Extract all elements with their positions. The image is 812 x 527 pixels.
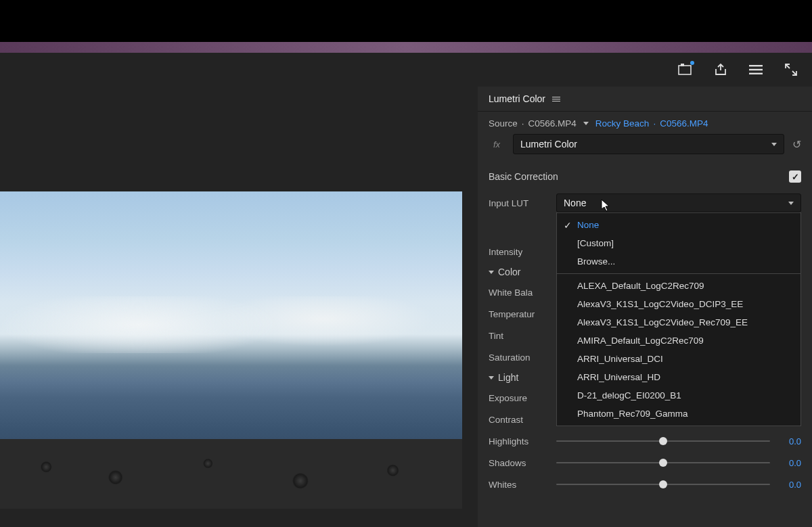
whites-value[interactable]: 0.0 — [770, 480, 801, 490]
basic-correction-toggle[interactable]: ✓ — [789, 170, 801, 183]
shadows-value[interactable]: 0.0 — [770, 458, 801, 468]
lut-option[interactable]: D-21_delogC_EI0200_B1 — [557, 386, 800, 405]
highlights-slider[interactable] — [556, 434, 770, 448]
workspace-menu-icon[interactable] — [748, 62, 763, 77]
chevron-down-icon — [788, 202, 794, 205]
lut-option[interactable]: ARRI_Universal_HD — [557, 368, 800, 386]
intensity-label: Intensity — [489, 247, 556, 257]
chevron-down-icon — [771, 143, 777, 146]
chevron-down-icon[interactable] — [583, 122, 589, 125]
shadows-slider[interactable] — [556, 456, 770, 469]
contrast-label: Contrast — [489, 415, 556, 425]
input-lut-label: Input LUT — [489, 198, 556, 208]
exposure-label: Exposure — [489, 393, 556, 403]
lut-option[interactable]: AMIRA_Default_LogC2Rec709 — [557, 331, 800, 350]
saturation-label: Saturation — [489, 352, 556, 363]
highlights-value[interactable]: 0.0 — [770, 436, 801, 446]
input-lut-selected: None — [564, 198, 586, 208]
effect-name: Lumetri Color — [520, 139, 577, 150]
lut-option-browse[interactable]: Browse... — [557, 252, 800, 271]
highlights-label: Highlights — [489, 436, 556, 446]
effect-dropdown[interactable]: Lumetri Color — [513, 134, 784, 154]
svg-rect-2 — [749, 65, 763, 66]
reset-effect-icon[interactable]: ↺ — [792, 138, 801, 151]
source-clip-name[interactable]: C0566.MP4 — [528, 118, 577, 129]
lut-option[interactable]: AlexaV3_K1S1_LogC2Video_Rec709_EE — [557, 313, 800, 331]
source-label: Source — [489, 118, 518, 129]
input-lut-dropdown[interactable]: None ✓ None [Custom] Browse... ALEXA_Def… — [556, 193, 801, 212]
white-balance-label: White Bala — [489, 288, 556, 298]
svg-rect-4 — [749, 73, 763, 74]
svg-rect-0 — [679, 66, 691, 74]
whites-slider[interactable] — [556, 478, 770, 491]
lut-option-none[interactable]: ✓ None — [557, 216, 800, 234]
fullscreen-icon[interactable] — [784, 62, 798, 77]
share-icon[interactable] — [713, 62, 728, 77]
lut-option-custom[interactable]: [Custom] — [557, 234, 800, 252]
sequence-clip-link[interactable]: C0566.MP4 — [660, 118, 708, 129]
lut-option[interactable]: Phantom_Rec709_Gamma — [557, 405, 800, 423]
lut-option[interactable]: ARRI_Universal_DCI — [557, 350, 800, 368]
fx-badge[interactable]: fx — [489, 139, 505, 150]
quick-export-icon[interactable] — [678, 62, 693, 77]
tint-label: Tint — [489, 331, 556, 341]
svg-rect-1 — [681, 64, 684, 66]
temperature-label: Temperatur — [489, 309, 556, 319]
panel-menu-icon[interactable] — [552, 97, 560, 101]
whites-label: Whites — [489, 480, 556, 490]
section-basic-correction[interactable]: Basic Correction — [489, 171, 558, 182]
svg-rect-3 — [749, 69, 763, 70]
lut-option[interactable]: AlexaV3_K1S1_LogC2Video_DCIP3_EE — [557, 295, 800, 313]
check-icon: ✓ — [564, 220, 572, 231]
chevron-down-icon — [489, 376, 494, 380]
sequence-name-link[interactable]: Rocky Beach — [595, 118, 650, 129]
lut-option[interactable]: ALEXA_Default_LogC2Rec709 — [557, 277, 800, 295]
chevron-down-icon — [489, 271, 494, 274]
input-lut-menu: ✓ None [Custom] Browse... ALEXA_Default_… — [556, 212, 801, 426]
shadows-label: Shadows — [489, 458, 556, 468]
program-monitor-preview — [0, 191, 462, 509]
panel-title: Lumetri Color — [489, 93, 545, 104]
